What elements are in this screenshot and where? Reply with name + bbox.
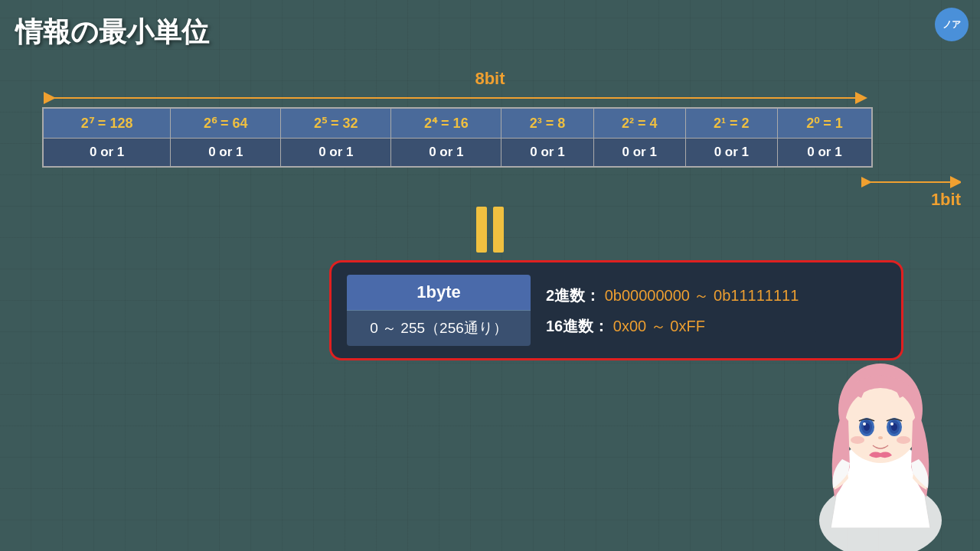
table-header: 2⁰ = 1 (777, 108, 872, 139)
svg-point-17 (897, 436, 910, 444)
binary-label: 2進数： (546, 287, 600, 304)
table-cell: 0 or 1 (593, 139, 685, 168)
table-cell: 0 or 1 (501, 139, 593, 168)
hex-label: 16進数： (546, 318, 609, 334)
table-header: 2¹ = 2 (685, 108, 777, 139)
svg-point-10 (863, 422, 866, 425)
page-title: 情報の最小単位 (15, 14, 209, 51)
byte-label: 1byte (347, 275, 531, 310)
byte-info-right: 2進数： 0b00000000 ～ 0b11111111 16進数： 0x00 … (546, 280, 799, 341)
table-cell: 0 or 1 (171, 139, 281, 168)
table-header: 2⁶ = 64 (171, 108, 281, 139)
logo: ノア (935, 8, 969, 41)
svg-point-15 (878, 436, 883, 439)
table-cell: 0 or 1 (391, 139, 501, 168)
binary-info: 2進数： 0b00000000 ～ 0b11111111 (546, 280, 799, 311)
byte-info-left: 1byte 0 ～ 255（256通り） (347, 275, 531, 346)
table-cell: 0 or 1 (777, 139, 872, 168)
label-1bit: 1bit (931, 190, 961, 210)
table-cell: 0 or 1 (43, 139, 171, 168)
table-cell: 0 or 1 (685, 139, 777, 168)
arrow-8bit (42, 90, 869, 106)
hex-value: 0x00 ～ 0xFF (613, 318, 705, 334)
table-header: 2⁵ = 32 (281, 108, 391, 139)
arrow-1bit (861, 176, 961, 188)
binary-value: 0b00000000 ～ 0b11111111 (605, 287, 799, 304)
bit-table: 2⁷ = 1282⁶ = 642⁵ = 322⁴ = 162³ = 82² = … (42, 107, 873, 168)
label-8bit: 8bit (475, 69, 505, 89)
byte-range: 0 ～ 255（256通り） (347, 310, 531, 346)
table-header: 2³ = 8 (501, 108, 593, 139)
svg-point-6 (845, 388, 916, 461)
double-bar (476, 207, 504, 253)
table-header: 2⁴ = 16 (391, 108, 501, 139)
character-illustration (781, 306, 980, 551)
svg-point-14 (890, 422, 893, 425)
table-header: 2² = 4 (593, 108, 685, 139)
svg-point-16 (851, 436, 864, 444)
hex-info: 16進数： 0x00 ～ 0xFF (546, 311, 799, 341)
table-cell: 0 or 1 (281, 139, 391, 168)
table-header: 2⁷ = 128 (43, 108, 171, 139)
